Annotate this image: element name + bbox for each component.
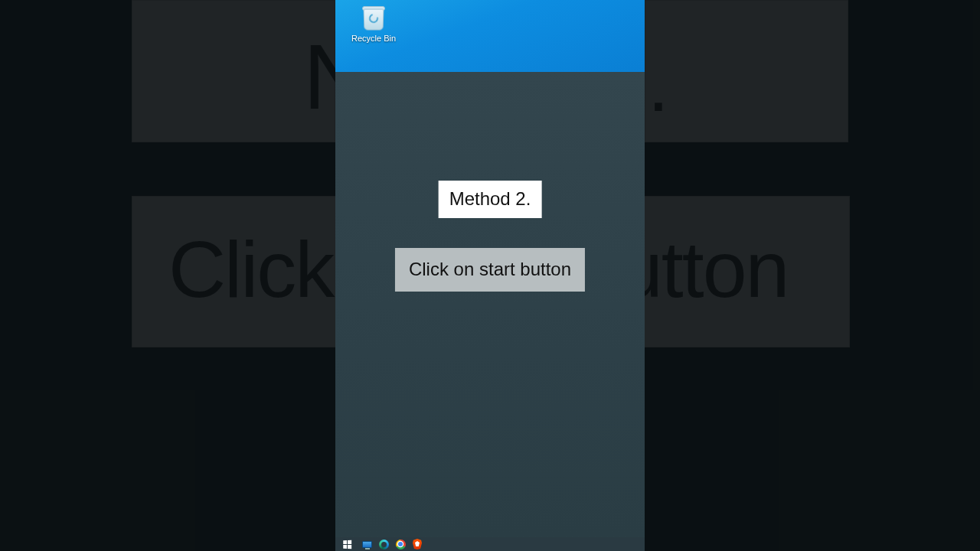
taskbar-file-explorer[interactable] (361, 539, 372, 549)
taskbar-brave[interactable] (412, 539, 423, 549)
caption-method: Method 2. (439, 181, 542, 218)
caption-instruction: Click on start button (395, 248, 585, 292)
recycle-bin-icon (361, 3, 387, 32)
windows-desktop-wallpaper[interactable]: Recycle Bin (335, 0, 645, 72)
windows-taskbar[interactable] (335, 537, 645, 551)
windows-logo-icon (343, 540, 351, 548)
caption-instruction-text: Click on start button (409, 259, 571, 279)
start-button[interactable] (338, 537, 355, 551)
taskbar-chrome[interactable] (395, 539, 406, 549)
recycle-bin-desktop-icon[interactable]: Recycle Bin (351, 3, 397, 43)
brave-icon (413, 539, 422, 549)
recycle-bin-label: Recycle Bin (351, 34, 397, 43)
foreground-video-column: Recycle Bin Method 2. Click on start but… (335, 0, 645, 551)
desktop-dimmed-area (335, 72, 645, 537)
monitor-icon (362, 541, 372, 548)
edge-icon (379, 540, 389, 549)
caption-method-text: Method 2. (449, 188, 531, 209)
chrome-icon (396, 540, 406, 549)
taskbar-edge[interactable] (378, 539, 389, 549)
